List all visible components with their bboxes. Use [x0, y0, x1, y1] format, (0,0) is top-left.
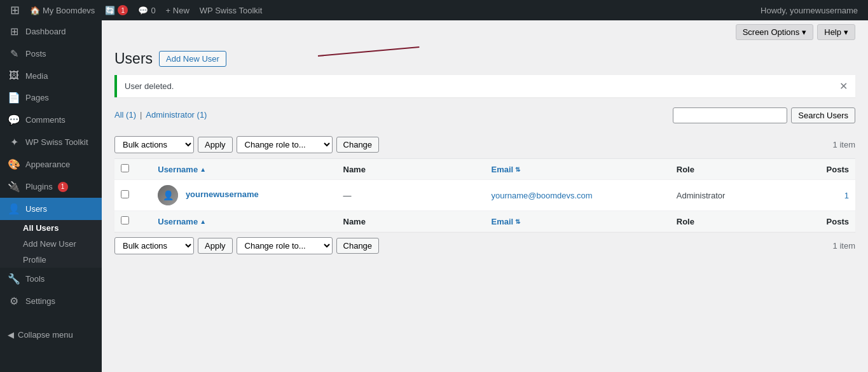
help-label: Help	[824, 27, 841, 37]
col-header-username: Username ▲	[151, 159, 336, 180]
collapse-menu-btn[interactable]: ◀ Collapse menu	[0, 325, 102, 345]
sidebar-item-users[interactable]: 👤 Users	[0, 198, 102, 220]
sidebar-item-plugins[interactable]: 🔌 Plugins 1	[0, 176, 102, 198]
dashboard-icon: ⊞	[8, 25, 20, 38]
site-name: My Boomdevs	[43, 6, 95, 15]
help-btn[interactable]: Help ▾	[817, 24, 855, 40]
col-footer-role: Role	[670, 211, 782, 232]
sidebar-item-dashboard[interactable]: ⊞ Dashboard	[0, 20, 102, 43]
updates-link[interactable]: 🔄 1	[100, 0, 133, 20]
col-header-checkbox	[114, 159, 151, 180]
row-role-cell: Administrator	[670, 180, 782, 211]
sidebar-item-label-settings: Settings	[25, 296, 55, 306]
email-sort-arrows: ⇅	[515, 166, 520, 173]
site-name-link[interactable]: 🏠 My Boomdevs	[25, 0, 100, 20]
notice-message: User deleted.	[125, 81, 174, 91]
email-sort-link[interactable]: Email ⇅	[492, 165, 521, 174]
select-all-footer-checkbox[interactable]	[121, 216, 129, 224]
sidebar-item-pages[interactable]: 📄 Pages	[0, 86, 102, 109]
username-sort-footer-link[interactable]: Username ▲	[158, 217, 206, 226]
filter-separator: |	[140, 110, 142, 120]
notice-dismiss-button[interactable]: ✕	[839, 80, 848, 92]
col-header-email: Email ⇅	[485, 159, 670, 180]
filter-all-link[interactable]: All (1)	[114, 110, 136, 120]
tablenav-bottom: Bulk actions Delete Apply Change role to…	[114, 237, 855, 254]
users-icon: 👤	[8, 203, 20, 215]
main-layout: ⊞ Dashboard ✎ Posts 🖼 Media 📄 Pages 💬 Co…	[0, 20, 868, 372]
submenu-item-all-users[interactable]: All Users	[0, 220, 102, 236]
comments-icon: 💬	[138, 6, 148, 15]
add-new-user-button[interactable]: Add New User	[159, 51, 226, 67]
updates-icon: 🔄	[105, 6, 115, 15]
sidebar-item-label-pages: Pages	[25, 93, 49, 102]
content-wrap: Users Add New User User deleted. ✕ All (…	[114, 44, 855, 266]
row-posts-cell: 1	[782, 180, 856, 211]
col-footer-posts: Posts	[782, 211, 856, 232]
sidebar-item-tools[interactable]: 🔧 Tools	[0, 268, 102, 290]
sidebar-item-comments[interactable]: 💬 Comments	[0, 109, 102, 131]
username-sort-footer-arrows: ▲	[200, 218, 206, 225]
sidebar-item-label-users: Users	[25, 204, 47, 214]
bulk-actions-top-select[interactable]: Bulk actions Delete	[114, 136, 194, 153]
apply-top-button[interactable]: Apply	[198, 137, 233, 153]
user-username-link[interactable]: yournewusername	[186, 189, 259, 199]
items-count-top: 1 item	[833, 140, 855, 149]
submenu-item-profile[interactable]: Profile	[0, 252, 102, 268]
sidebar-item-wp-swiss-toolkit[interactable]: ✦ WP Swiss Toolkit	[0, 131, 102, 153]
bulk-actions-bottom-select[interactable]: Bulk actions Delete	[114, 237, 194, 254]
appearance-icon: 🎨	[8, 158, 20, 170]
sidebar-item-posts[interactable]: ✎ Posts	[0, 43, 102, 65]
tablenav-bottom-right: 1 item	[833, 241, 855, 251]
comments-link[interactable]: 💬 0	[133, 0, 160, 20]
filter-administrator-link[interactable]: Administrator (1)	[146, 110, 207, 120]
screen-options-label: Screen Options	[743, 27, 800, 37]
updates-count: 1	[118, 5, 128, 15]
search-users-wrap: Search Users	[673, 107, 855, 123]
screen-options-btn[interactable]: Screen Options ▾	[736, 24, 814, 40]
comments-count: 0	[151, 6, 155, 15]
all-users-label: All Users	[23, 223, 59, 233]
sidebar-item-appearance[interactable]: 🎨 Appearance	[0, 153, 102, 176]
search-users-button[interactable]: Search Users	[791, 107, 855, 123]
col-header-name: Name	[337, 159, 485, 180]
row-checkbox-0[interactable]	[121, 190, 129, 198]
home-icon: 🏠	[30, 6, 40, 15]
user-posts-link[interactable]: 1	[844, 191, 849, 200]
tablenav-top-right: 1 item	[833, 140, 855, 149]
sidebar-item-label-comments: Comments	[25, 115, 65, 125]
pages-icon: 📄	[8, 92, 20, 104]
col-header-role: Role	[670, 159, 782, 180]
profile-label: Profile	[23, 255, 46, 265]
settings-icon: ⚙	[8, 295, 20, 307]
table-header-row: Username ▲ Name Email ⇅	[114, 159, 855, 180]
change-role-bottom-button[interactable]: Change	[336, 238, 380, 254]
user-email-link[interactable]: yourname@boomdevs.com	[492, 191, 593, 200]
wp-logo-link[interactable]: ⊞	[5, 0, 25, 20]
change-role-top-button[interactable]: Change	[336, 137, 380, 153]
plugin-toolbar-link[interactable]: WP Swiss Toolkit	[195, 0, 268, 20]
sidebar-item-label-wp-swiss-toolkit: WP Swiss Toolkit	[25, 137, 88, 147]
page-header: Users Add New User	[114, 50, 855, 67]
admin-bar: ⊞ 🏠 My Boomdevs 🔄 1 💬 0 + New WP Swiss T…	[0, 0, 868, 20]
sidebar-item-media[interactable]: 🖼 Media	[0, 65, 102, 86]
select-all-checkbox[interactable]	[121, 164, 129, 172]
row-username-cell: 👤 yournewusername	[151, 180, 336, 211]
sidebar-item-label-media: Media	[25, 71, 48, 81]
change-role-bottom-select[interactable]: Change role to... Administrator Editor A…	[237, 237, 333, 254]
submenu-item-add-new-user[interactable]: Add New User	[0, 236, 102, 252]
annotation-arrow-line	[318, 46, 420, 57]
wp-swiss-toolkit-icon: ✦	[8, 136, 20, 148]
apply-bottom-button[interactable]: Apply	[198, 238, 233, 254]
sidebar-item-label-appearance: Appearance	[25, 160, 70, 169]
search-users-input[interactable]	[673, 107, 787, 123]
username-sort-link[interactable]: Username ▲	[158, 165, 206, 174]
help-chevron: ▾	[844, 27, 848, 37]
email-sort-footer-link[interactable]: Email ⇅	[492, 217, 521, 226]
plugins-badge: 1	[58, 182, 68, 192]
change-role-top-select[interactable]: Change role to... Administrator Editor A…	[237, 136, 333, 153]
comments-side-icon: 💬	[8, 114, 20, 126]
new-content-link[interactable]: + New	[161, 0, 195, 20]
row-checkbox-cell	[114, 180, 151, 211]
sidebar-item-settings[interactable]: ⚙ Settings	[0, 290, 102, 312]
sidebar-item-label-dashboard: Dashboard	[25, 27, 66, 36]
